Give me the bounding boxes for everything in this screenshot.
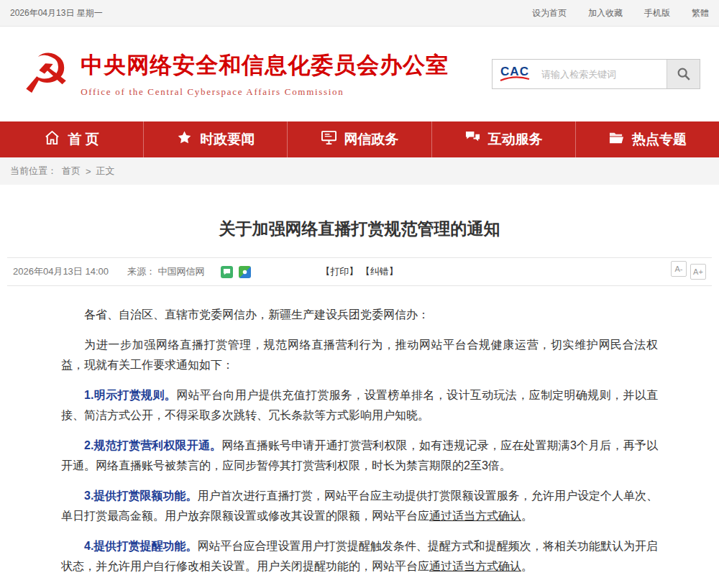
traditional-chinese-link[interactable]: 繁體 (692, 7, 709, 19)
nav-item-news[interactable]: 时政要闻 (143, 121, 287, 157)
article-paragraph: 4.提供打赏提醒功能。网站平台应合理设置用户打赏提醒触发条件、提醒方式和提醒频次… (61, 536, 658, 576)
paragraph-lead: 4.提供打赏提醒功能。 (84, 540, 197, 552)
current-date: 2026年04月13日 星期一 (10, 7, 103, 19)
star-icon (176, 130, 193, 149)
site-header: ☭ 中央网络安全和信息化委员会办公室 Office of the Central… (0, 27, 719, 121)
paragraph-tail: 。 (521, 560, 533, 572)
font-increase-button[interactable]: A+ (690, 264, 706, 280)
nav-label: 首 页 (68, 130, 99, 149)
breadcrumb-label: 当前位置： (10, 165, 57, 178)
nav-item-services[interactable]: 互动服务 (431, 121, 575, 157)
chat-bubbles-icon (464, 130, 481, 149)
breadcrumb-separator: > (86, 166, 91, 177)
search-button[interactable] (667, 60, 700, 88)
nav-label: 热点专题 (632, 130, 687, 149)
paragraph-text: 各省、自治区、直辖市党委网信办，新疆生产建设兵团党委网信办： (84, 308, 429, 321)
nav-label: 网信政务 (344, 130, 399, 149)
paragraph-underlined-text: 通过适当方式确认 (429, 560, 521, 572)
site-title: 中央网络安全和信息化委员会办公室 (81, 50, 449, 81)
article-meta-bar: 2026年04月13日 14:00 来源： 中国网信网 【打印】 【纠错】 A-… (7, 257, 712, 286)
paragraph-tail: 。 (521, 510, 533, 522)
nav-item-egov[interactable]: 网信政务 (287, 121, 431, 157)
article-paragraph: 1.明示打赏规则。网站平台向用户提供充值打赏服务，设置榜单排名，设计互动玩法，应… (61, 385, 658, 426)
meta-right: A- A+ (671, 264, 706, 280)
article: 关于加强网络直播打赏规范管理的通知 2026年04月13日 14:00 来源： … (0, 218, 719, 588)
cac-logo: CAC (493, 67, 537, 82)
main-navigation: 首 页 时政要闻 网信政务 互动服务 (0, 121, 719, 157)
breadcrumb: 当前位置： 首页 > 正文 (0, 157, 719, 185)
article-paragraph: 2.规范打赏营利权限开通。网络直播账号申请开通打赏营利权限，如有违规记录，应在处… (61, 436, 658, 476)
print-button[interactable]: 【打印】 (321, 266, 358, 277)
nav-label: 互动服务 (488, 130, 543, 149)
paragraph-lead: 2.规范打赏营利权限开通。 (84, 439, 221, 451)
article-paragraph: 为进一步加强网络直播打赏管理，规范网络直播营利行为，推动网站平台合规健康运营，切… (61, 335, 658, 375)
home-icon (44, 130, 60, 149)
meta-center: 【打印】 【纠错】 (7, 265, 712, 278)
paragraph-lead: 3.提供打赏限额功能。 (84, 490, 197, 502)
font-decrease-button[interactable]: A- (671, 261, 687, 277)
search-icon (676, 66, 692, 82)
set-homepage-link[interactable]: 设为首页 (532, 7, 567, 19)
breadcrumb-current: 正文 (96, 165, 115, 178)
article-paragraph: 各省、自治区、直辖市党委网信办，新疆生产建设兵团党委网信办： (61, 305, 658, 325)
nav-item-home[interactable]: 首 页 (0, 121, 143, 157)
party-emblem-icon: ☭ (22, 47, 70, 101)
article-paragraph: 3.提供打赏限额功能。用户首次进行直播打赏，网站平台应主动提供打赏限额设置服务，… (61, 486, 658, 526)
site-brand[interactable]: ☭ 中央网络安全和信息化委员会办公室 Office of the Central… (22, 47, 449, 101)
top-bar-links: 设为首页 加入收藏 手机版 繁體 (532, 7, 709, 19)
search-input[interactable] (537, 61, 667, 87)
top-bar: 2026年04月13日 星期一 设为首页 加入收藏 手机版 繁體 (0, 0, 719, 27)
site-subtitle: Office of the Central Cyberspace Affairs… (81, 86, 449, 98)
cac-logo-swoosh (499, 76, 531, 82)
add-favorite-link[interactable]: 加入收藏 (588, 7, 623, 19)
folder-icon (608, 130, 625, 149)
article-title: 关于加强网络直播打赏规范管理的通知 (7, 218, 712, 240)
paragraph-text: 为进一步加强网络直播打赏管理，规范网络直播营利行为，推动网站平台合规健康运营，切… (61, 339, 658, 371)
nav-item-topics[interactable]: 热点专题 (575, 121, 719, 157)
breadcrumb-home-link[interactable]: 首页 (62, 165, 81, 178)
paragraph-underlined-text: 通过适当方式确认 (429, 510, 521, 522)
cac-logo-text: CAC (500, 67, 529, 76)
paragraph-lead: 1.明示打赏规则。 (84, 389, 176, 401)
mobile-version-link[interactable]: 手机版 (644, 7, 670, 19)
article-body: 各省、自治区、直辖市党委网信办，新疆生产建设兵团党委网信办： 为进一步加强网络直… (7, 286, 712, 588)
correction-button[interactable]: 【纠错】 (361, 266, 398, 277)
brand-text: 中央网络安全和信息化委员会办公室 Office of the Central C… (81, 50, 449, 98)
monitor-icon (321, 130, 337, 149)
search-box: CAC (492, 59, 700, 89)
nav-label: 时政要闻 (200, 130, 255, 149)
